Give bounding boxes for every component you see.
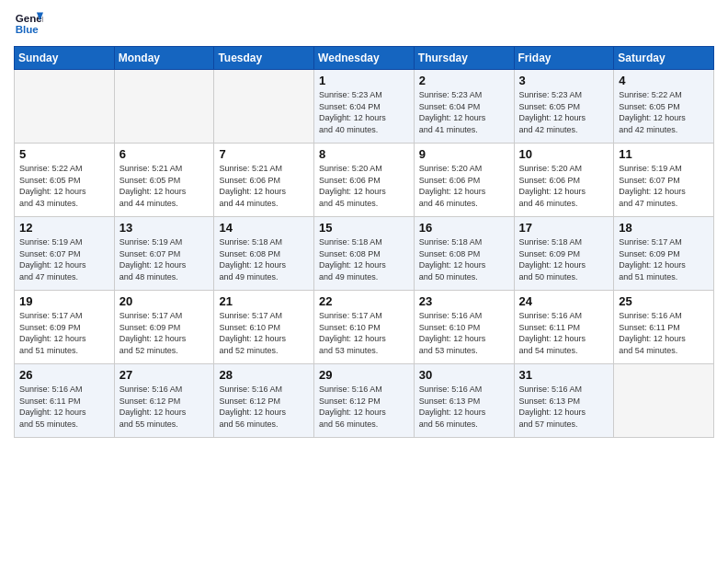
calendar-day-cell: 13Sunrise: 5:19 AM Sunset: 6:07 PM Dayli… [114,217,214,291]
day-info: Sunrise: 5:16 AM Sunset: 6:13 PM Dayligh… [419,384,509,430]
calendar-day-cell: 18Sunrise: 5:17 AM Sunset: 6:09 PM Dayli… [614,217,714,291]
day-number: 23 [419,294,509,308]
day-info: Sunrise: 5:19 AM Sunset: 6:07 PM Dayligh… [19,236,109,282]
calendar-day-cell: 26Sunrise: 5:16 AM Sunset: 6:11 PM Dayli… [15,364,115,438]
day-number: 7 [219,147,309,161]
calendar-week-row: 5Sunrise: 5:22 AM Sunset: 6:05 PM Daylig… [15,144,714,217]
day-number: 14 [219,221,309,235]
calendar-day-cell: 23Sunrise: 5:16 AM Sunset: 6:10 PM Dayli… [414,291,514,364]
day-info: Sunrise: 5:17 AM Sunset: 6:10 PM Dayligh… [219,310,309,356]
day-number: 11 [619,147,709,161]
calendar-day-cell: 5Sunrise: 5:22 AM Sunset: 6:05 PM Daylig… [15,144,115,217]
day-number: 5 [19,147,109,161]
calendar-day-cell: 9Sunrise: 5:20 AM Sunset: 6:06 PM Daylig… [414,144,514,217]
calendar-day-cell [614,364,714,438]
day-info: Sunrise: 5:16 AM Sunset: 6:11 PM Dayligh… [519,310,609,356]
day-info: Sunrise: 5:16 AM Sunset: 6:11 PM Dayligh… [19,384,109,430]
weekday-header: Thursday [414,47,514,70]
calendar-day-cell: 24Sunrise: 5:16 AM Sunset: 6:11 PM Dayli… [514,291,614,364]
day-info: Sunrise: 5:23 AM Sunset: 6:04 PM Dayligh… [319,89,409,135]
weekday-header: Saturday [614,47,714,70]
day-number: 17 [519,221,609,235]
day-number: 19 [19,294,109,308]
calendar-day-cell: 4Sunrise: 5:22 AM Sunset: 6:05 PM Daylig… [614,70,714,144]
day-number: 21 [219,294,309,308]
day-info: Sunrise: 5:20 AM Sunset: 6:06 PM Dayligh… [319,163,409,209]
day-info: Sunrise: 5:18 AM Sunset: 6:09 PM Dayligh… [519,236,609,282]
calendar-day-cell: 6Sunrise: 5:21 AM Sunset: 6:05 PM Daylig… [114,144,214,217]
svg-text:Blue: Blue [16,24,40,35]
calendar-day-cell: 16Sunrise: 5:18 AM Sunset: 6:08 PM Dayli… [414,217,514,291]
day-info: Sunrise: 5:16 AM Sunset: 6:12 PM Dayligh… [119,384,210,430]
day-number: 15 [319,221,409,235]
day-info: Sunrise: 5:17 AM Sunset: 6:09 PM Dayligh… [119,310,210,356]
day-number: 16 [419,221,509,235]
calendar-day-cell: 7Sunrise: 5:21 AM Sunset: 6:06 PM Daylig… [214,144,314,217]
day-info: Sunrise: 5:16 AM Sunset: 6:11 PM Dayligh… [619,310,709,356]
weekday-header: Friday [514,47,614,70]
day-number: 25 [619,294,709,308]
day-info: Sunrise: 5:23 AM Sunset: 6:05 PM Dayligh… [519,89,609,135]
day-info: Sunrise: 5:18 AM Sunset: 6:08 PM Dayligh… [419,236,509,282]
calendar-day-cell: 14Sunrise: 5:18 AM Sunset: 6:08 PM Dayli… [214,217,314,291]
day-number: 2 [419,74,509,87]
calendar-day-cell: 30Sunrise: 5:16 AM Sunset: 6:13 PM Dayli… [414,364,514,438]
day-number: 22 [319,294,409,308]
day-number: 31 [519,368,609,382]
calendar-day-cell [15,70,115,144]
day-info: Sunrise: 5:22 AM Sunset: 6:05 PM Dayligh… [19,163,109,209]
calendar-day-cell: 22Sunrise: 5:17 AM Sunset: 6:10 PM Dayli… [314,291,415,364]
day-info: Sunrise: 5:17 AM Sunset: 6:09 PM Dayligh… [19,310,109,356]
calendar-day-cell: 27Sunrise: 5:16 AM Sunset: 6:12 PM Dayli… [114,364,214,438]
day-number: 10 [519,147,609,161]
day-number: 29 [319,368,409,382]
day-number: 1 [319,74,409,87]
calendar-day-cell: 20Sunrise: 5:17 AM Sunset: 6:09 PM Dayli… [114,291,214,364]
day-info: Sunrise: 5:18 AM Sunset: 6:08 PM Dayligh… [319,236,409,282]
calendar-day-cell: 25Sunrise: 5:16 AM Sunset: 6:11 PM Dayli… [614,291,714,364]
calendar-day-cell: 2Sunrise: 5:23 AM Sunset: 6:04 PM Daylig… [414,70,514,144]
day-info: Sunrise: 5:20 AM Sunset: 6:06 PM Dayligh… [519,163,609,209]
calendar-day-cell: 21Sunrise: 5:17 AM Sunset: 6:10 PM Dayli… [214,291,314,364]
day-info: Sunrise: 5:19 AM Sunset: 6:07 PM Dayligh… [119,236,210,282]
day-info: Sunrise: 5:22 AM Sunset: 6:05 PM Dayligh… [619,89,709,135]
weekday-header: Monday [114,47,214,70]
day-number: 9 [419,147,509,161]
day-info: Sunrise: 5:23 AM Sunset: 6:04 PM Dayligh… [419,89,509,135]
day-info: Sunrise: 5:18 AM Sunset: 6:08 PM Dayligh… [219,236,309,282]
day-number: 28 [219,368,309,382]
calendar-day-cell: 19Sunrise: 5:17 AM Sunset: 6:09 PM Dayli… [15,291,115,364]
calendar-day-cell: 31Sunrise: 5:16 AM Sunset: 6:13 PM Dayli… [514,364,614,438]
day-number: 27 [119,368,210,382]
weekday-header: Wednesday [314,47,415,70]
day-number: 18 [619,221,709,235]
day-info: Sunrise: 5:17 AM Sunset: 6:09 PM Dayligh… [619,236,709,282]
calendar-day-cell [214,70,314,144]
calendar-day-cell: 8Sunrise: 5:20 AM Sunset: 6:06 PM Daylig… [314,144,415,217]
calendar-header-row: SundayMondayTuesdayWednesdayThursdayFrid… [15,47,714,70]
calendar-day-cell: 28Sunrise: 5:16 AM Sunset: 6:12 PM Dayli… [214,364,314,438]
day-number: 8 [319,147,409,161]
calendar-week-row: 1Sunrise: 5:23 AM Sunset: 6:04 PM Daylig… [15,70,714,144]
day-info: Sunrise: 5:19 AM Sunset: 6:07 PM Dayligh… [619,163,709,209]
calendar-day-cell: 15Sunrise: 5:18 AM Sunset: 6:08 PM Dayli… [314,217,415,291]
logo: General Blue [14,9,43,39]
day-number: 20 [119,294,210,308]
day-number: 4 [619,74,709,87]
day-info: Sunrise: 5:21 AM Sunset: 6:05 PM Dayligh… [119,163,210,209]
calendar-day-cell: 11Sunrise: 5:19 AM Sunset: 6:07 PM Dayli… [614,144,714,217]
day-info: Sunrise: 5:20 AM Sunset: 6:06 PM Dayligh… [419,163,509,209]
day-info: Sunrise: 5:16 AM Sunset: 6:12 PM Dayligh… [319,384,409,430]
calendar-week-row: 26Sunrise: 5:16 AM Sunset: 6:11 PM Dayli… [15,364,714,438]
calendar-day-cell: 29Sunrise: 5:16 AM Sunset: 6:12 PM Dayli… [314,364,415,438]
day-info: Sunrise: 5:16 AM Sunset: 6:10 PM Dayligh… [419,310,509,356]
day-info: Sunrise: 5:16 AM Sunset: 6:12 PM Dayligh… [219,384,309,430]
day-number: 26 [19,368,109,382]
day-number: 13 [119,221,210,235]
calendar-day-cell: 17Sunrise: 5:18 AM Sunset: 6:09 PM Dayli… [514,217,614,291]
page-container: General Blue SundayMondayTuesdayWednesda… [0,0,728,447]
logo-icon: General Blue [14,9,43,39]
calendar-day-cell: 1Sunrise: 5:23 AM Sunset: 6:04 PM Daylig… [314,70,415,144]
day-number: 24 [519,294,609,308]
calendar-week-row: 19Sunrise: 5:17 AM Sunset: 6:09 PM Dayli… [15,291,714,364]
